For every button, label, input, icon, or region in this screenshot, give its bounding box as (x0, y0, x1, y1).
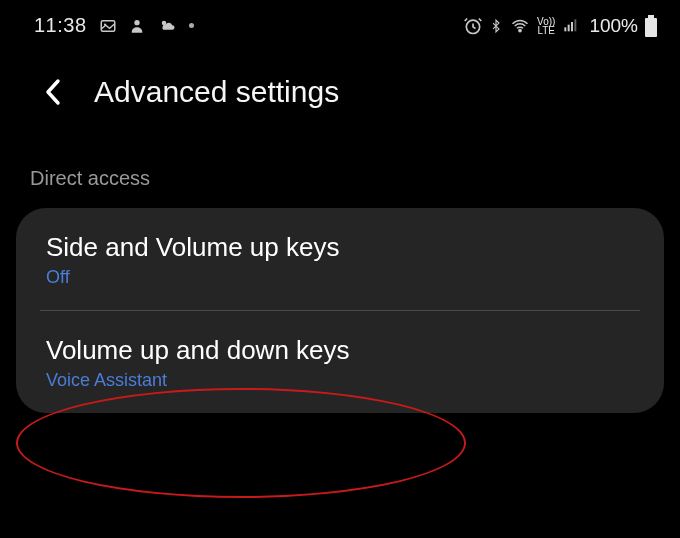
svg-point-3 (161, 20, 166, 25)
status-time: 11:38 (34, 14, 87, 37)
svg-point-5 (519, 29, 521, 31)
list-item-title: Volume up and down keys (46, 335, 634, 366)
page-header: Advanced settings (0, 47, 680, 137)
svg-point-2 (134, 20, 139, 25)
battery-percent: 100% (589, 15, 638, 37)
back-button[interactable] (40, 79, 66, 105)
list-item-sub: Off (46, 267, 634, 288)
person-icon (129, 17, 145, 35)
settings-card: Side and Volume up keys Off Volume up an… (16, 208, 664, 413)
list-item-title: Side and Volume up keys (46, 232, 634, 263)
list-item-sub: Voice Assistant (46, 370, 634, 391)
status-left: 11:38 (34, 14, 194, 37)
svg-rect-10 (648, 15, 654, 18)
svg-rect-11 (645, 18, 657, 37)
volte-icon: Vo))LTE (537, 17, 555, 35)
weather-icon (157, 17, 177, 35)
svg-rect-9 (575, 19, 577, 31)
bluetooth-icon (489, 16, 503, 36)
list-item-volume-up-down[interactable]: Volume up and down keys Voice Assistant (16, 311, 664, 413)
notification-dot-icon (189, 23, 194, 28)
status-bar: 11:38 Vo))LTE 100% (0, 0, 680, 47)
image-icon (99, 17, 117, 35)
status-right: Vo))LTE 100% (463, 15, 658, 37)
section-label: Direct access (0, 137, 680, 208)
svg-rect-8 (571, 22, 573, 31)
alarm-icon (463, 16, 483, 36)
battery-icon (644, 15, 658, 37)
svg-rect-6 (565, 27, 567, 31)
svg-rect-7 (568, 24, 570, 31)
page-title: Advanced settings (94, 75, 339, 109)
wifi-icon (509, 17, 531, 35)
signal-icon (561, 18, 581, 34)
list-item-side-volume-up[interactable]: Side and Volume up keys Off (16, 208, 664, 310)
